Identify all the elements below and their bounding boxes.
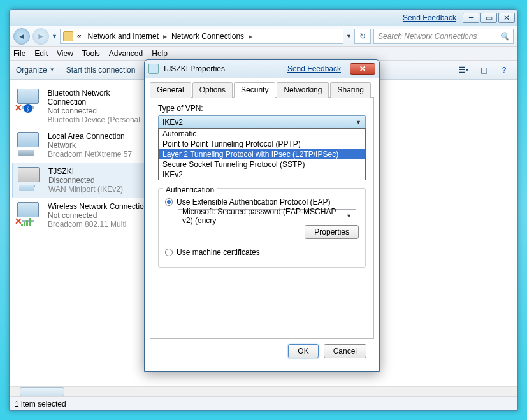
conn-name: Local Area Connection: [48, 132, 132, 141]
eap-method-combo[interactable]: Microsoft: Secured password (EAP-MSCHAP …: [178, 209, 356, 222]
tab-strip: General Options Security Networking Shar…: [150, 82, 374, 98]
connection-wireless[interactable]: ✕ Wireless Network Connection Not connec…: [12, 198, 152, 233]
folder-icon: [63, 31, 73, 41]
authentication-group-label: Authentication: [163, 185, 217, 194]
vpn-type-combo[interactable]: IKEv2 ▼: [158, 115, 366, 129]
conn-status: Not connected: [48, 106, 150, 115]
breadcrumb-item-1[interactable]: Network and Internet: [85, 32, 161, 41]
menu-bar: File Edit View Tools Advanced Help: [10, 47, 517, 61]
ok-button[interactable]: OK: [288, 344, 318, 358]
organize-menu[interactable]: Organize▼: [16, 66, 55, 75]
dialog-icon: [148, 64, 159, 74]
chevron-right-icon[interactable]: ▸: [248, 29, 253, 44]
search-icon[interactable]: 🔍: [500, 32, 509, 41]
vpn-option-l2tp[interactable]: Layer 2 Tunneling Protocol with IPsec (L…: [159, 149, 365, 159]
conn-device: Bluetooth Device (Personal: [48, 115, 150, 124]
radio-eap-row[interactable]: Use Extensible Authentication Protocol (…: [165, 198, 359, 206]
conn-device: Broadcom NetXtreme 57: [48, 150, 132, 159]
properties-dialog: TJSZKI Properties Send Feedback ✕ Genera…: [144, 59, 380, 372]
vpn-type-dropdown-list: Automatic Point to Point Tunneling Proto…: [158, 128, 366, 180]
radio-cert-label: Use machine certificates: [177, 248, 260, 257]
chevron-right-icon[interactable]: ▸: [162, 29, 168, 44]
dialog-titlebar: TJSZKI Properties Send Feedback ✕: [145, 60, 379, 78]
dialog-send-feedback-link[interactable]: Send Feedback: [287, 64, 341, 73]
nav-history-dropdown[interactable]: ▼: [52, 33, 57, 40]
radio-cert-row[interactable]: Use machine certificates: [165, 248, 359, 257]
connection-vpn-selected[interactable]: TJSZKI Disconnected WAN Miniport (IKEv2): [12, 163, 152, 198]
breadcrumb-item-2[interactable]: Network Connections: [169, 32, 247, 41]
search-placeholder: Search Network Connections: [378, 32, 477, 41]
views-button[interactable]: ☰▾: [456, 63, 470, 77]
menu-edit[interactable]: Edit: [34, 49, 48, 58]
menu-file[interactable]: File: [13, 49, 25, 58]
connection-bluetooth[interactable]: ✕ᛒ Bluetooth Network Connection Not conn…: [12, 85, 152, 128]
conn-name: TJSZKI: [48, 167, 123, 176]
search-input[interactable]: Search Network Connections 🔍: [373, 29, 514, 44]
wifi-icon: ✕: [15, 202, 43, 226]
breadcrumb-chevrons[interactable]: «: [75, 32, 84, 41]
vpn-icon: [15, 167, 43, 191]
send-feedback-link[interactable]: Send Feedback: [403, 13, 456, 22]
menu-view[interactable]: View: [57, 49, 73, 58]
conn-status: Network: [48, 141, 132, 150]
tab-general[interactable]: General: [150, 82, 191, 98]
conn-name: Bluetooth Network Connection: [48, 89, 150, 106]
tab-sharing[interactable]: Sharing: [330, 82, 370, 98]
close-button[interactable]: ✕: [498, 13, 515, 23]
connection-lan[interactable]: Local Area Connection Network Broadcom N…: [12, 128, 152, 163]
tab-networking[interactable]: Networking: [277, 82, 329, 98]
type-of-vpn-label: Type of VPN:: [158, 104, 366, 113]
minimize-button[interactable]: ━: [463, 13, 479, 23]
conn-device: WAN Miniport (IKEv2): [48, 185, 123, 194]
radio-eap[interactable]: [165, 198, 173, 206]
dialog-body: General Options Security Networking Shar…: [145, 78, 379, 371]
menu-advanced[interactable]: Advanced: [109, 49, 143, 58]
dialog-button-row: OK Cancel: [150, 339, 374, 366]
chevron-down-icon: ▼: [356, 119, 361, 126]
chevron-down-icon: ▼: [346, 213, 352, 219]
cancel-button[interactable]: Cancel: [324, 344, 366, 358]
menu-help[interactable]: Help: [152, 49, 168, 58]
tab-security[interactable]: Security: [234, 82, 275, 98]
authentication-group: Use Extensible Authentication Protocol (…: [158, 188, 366, 268]
breadcrumb-bar[interactable]: « Network and Internet ▸ Network Connect…: [60, 29, 343, 44]
tab-options[interactable]: Options: [192, 82, 233, 98]
horizontal-scrollbar[interactable]: [10, 386, 517, 396]
conn-device: Broadcom 802.11 Multi: [48, 220, 148, 229]
status-text: 1 item selected: [15, 400, 66, 409]
maximize-button[interactable]: ▭: [480, 13, 497, 23]
conn-status: Disconnected: [48, 176, 123, 185]
vpn-option-sstp[interactable]: Secure Socket Tunneling Protocol (SSTP): [159, 159, 365, 170]
tab-page-security: Type of VPN: IKEv2 ▼ Automatic Point to …: [150, 98, 374, 339]
preview-pane-button[interactable]: ◫: [477, 63, 491, 77]
breadcrumb-dropdown[interactable]: ▼: [346, 33, 352, 40]
help-button[interactable]: ?: [497, 63, 511, 77]
scrollbar-thumb[interactable]: [20, 387, 64, 396]
eap-properties-button[interactable]: Properties: [305, 225, 359, 239]
eap-method-value: Microsoft: Secured password (EAP-MSCHAP …: [182, 207, 346, 225]
combo-value: IKEv2: [162, 118, 183, 127]
dialog-close-button[interactable]: ✕: [350, 63, 375, 75]
forward-button[interactable]: ►: [32, 28, 49, 45]
vpn-option-automatic[interactable]: Automatic: [159, 129, 365, 139]
dialog-title: TJSZKI Properties: [162, 64, 225, 73]
back-button[interactable]: ◄: [13, 28, 30, 45]
conn-status: Not connected: [48, 211, 148, 220]
menu-tools[interactable]: Tools: [82, 49, 100, 58]
vpn-option-ikev2[interactable]: IKEv2: [159, 170, 365, 180]
start-connection-button[interactable]: Start this connection: [66, 66, 136, 75]
status-bar: 1 item selected: [10, 396, 517, 410]
radio-eap-label: Use Extensible Authentication Protocol (…: [177, 198, 330, 206]
window-titlebar: Send Feedback ━ ▭ ✕: [10, 10, 517, 26]
refresh-button[interactable]: ↻: [354, 29, 371, 44]
radio-machine-certificates[interactable]: [165, 249, 173, 256]
conn-name: Wireless Network Connection: [48, 202, 148, 211]
ethernet-icon: [15, 132, 43, 156]
nav-row: ◄ ► ▼ « Network and Internet ▸ Network C…: [10, 26, 517, 47]
bluetooth-icon: ✕ᛒ: [15, 89, 43, 113]
vpn-option-pptp[interactable]: Point to Point Tunneling Protocol (PPTP): [159, 139, 365, 149]
